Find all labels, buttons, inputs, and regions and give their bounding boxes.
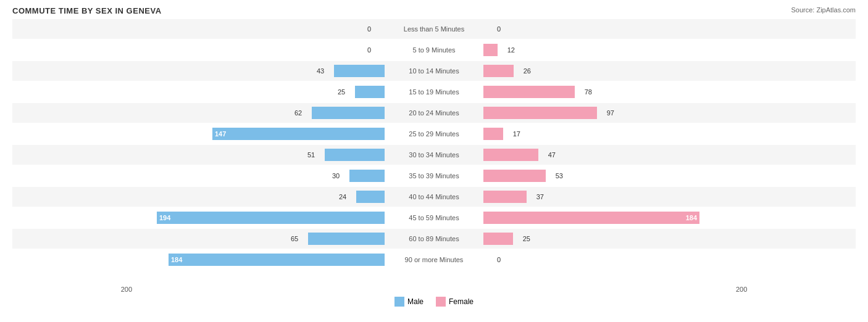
female-value: 12 [507, 46, 515, 54]
legend: Male Female [12, 297, 856, 307]
left-bar-container: 0 [136, 44, 385, 56]
left-bar-container: 184 [136, 254, 385, 266]
bar-male: 24 [356, 191, 385, 203]
table-row: 43 10 to 14 Minutes 26 [12, 61, 856, 81]
bar-female: 37 [483, 191, 527, 203]
bar-female: 12 [483, 44, 498, 56]
table-row: 24 40 to 44 Minutes 37 [12, 187, 856, 207]
female-value: 78 [585, 88, 592, 96]
left-bar-container: 30 [136, 170, 385, 182]
male-value: 184 [171, 256, 182, 263]
bars-center: 24 40 to 44 Minutes 37 [136, 187, 732, 207]
bar-male: 25 [355, 86, 385, 98]
bar-female: 97 [483, 107, 597, 119]
right-bar-container: 17 [483, 128, 732, 140]
legend-female-label: Female [449, 297, 474, 306]
row-label: 35 to 39 Minutes [385, 172, 483, 180]
row-label: 25 to 29 Minutes [385, 130, 483, 138]
left-bar-container: 194 [136, 212, 385, 224]
right-bar-container: 37 [483, 191, 732, 203]
left-bar-container: 51 [136, 149, 385, 161]
row-label: 90 or more Minutes [385, 256, 483, 263]
female-value: 184 [686, 214, 697, 221]
right-bar-container: 53 [483, 170, 732, 182]
row-label: 40 to 44 Minutes [385, 193, 483, 200]
male-value: 194 [159, 214, 170, 221]
female-value: 26 [524, 67, 531, 75]
bars-center: 0 5 to 9 Minutes 12 [136, 40, 732, 60]
female-value: 53 [556, 172, 563, 180]
row-label: 30 to 34 Minutes [385, 151, 483, 159]
bars-center: 30 35 to 39 Minutes 53 [136, 166, 732, 186]
legend-female-box [436, 297, 446, 307]
legend-female: Female [436, 297, 474, 307]
bar-male: 43 [334, 65, 385, 77]
male-value: 43 [317, 67, 324, 75]
chart-area: 0 Less than 5 Minutes 0 0 5 [12, 19, 856, 284]
axis-left: 200 [12, 286, 136, 293]
bar-male: 194 [157, 212, 385, 224]
legend-male: Male [394, 297, 424, 307]
male-value: 65 [291, 235, 298, 242]
bars-center: 51 30 to 34 Minutes 47 [136, 145, 732, 165]
table-row: 0 Less than 5 Minutes 0 [12, 19, 856, 39]
right-bar-container: 26 [483, 65, 732, 77]
right-bar-container: 0 [483, 23, 732, 35]
chart-container: COMMUTE TIME BY SEX IN GENEVA Source: Zi… [0, 0, 868, 322]
bars-center: 194 45 to 59 Minutes 184 [136, 208, 732, 228]
right-bar-container: 12 [483, 44, 732, 56]
male-value: 24 [339, 193, 346, 200]
bars-center: 65 60 to 89 Minutes 25 [136, 229, 732, 249]
left-bar-container: 0 [136, 23, 385, 35]
bars-center: 62 20 to 24 Minutes 97 [136, 103, 732, 123]
bar-male: 62 [312, 107, 385, 119]
male-value: 62 [294, 109, 302, 117]
table-row: 147 25 to 29 Minutes 17 [12, 124, 856, 144]
female-value: 25 [523, 235, 530, 242]
bar-female: 47 [483, 149, 538, 161]
legend-male-label: Male [407, 297, 424, 306]
bar-female: 25 [483, 233, 513, 245]
table-row: 51 30 to 34 Minutes 47 [12, 145, 856, 165]
left-bar-container: 43 [136, 65, 385, 77]
male-value: 0 [367, 46, 371, 54]
axis-labels: 200 200 [12, 286, 856, 293]
male-value: 147 [215, 130, 226, 138]
left-bar-container: 65 [136, 233, 385, 245]
table-row: 0 5 to 9 Minutes 12 [12, 40, 856, 60]
male-value: 25 [338, 88, 345, 96]
male-value: 51 [307, 151, 315, 159]
row-label: 20 to 24 Minutes [385, 109, 483, 117]
bars-center: 184 90 or more Minutes 0 [136, 250, 732, 270]
source-label: Source: ZipAtlas.com [791, 6, 856, 14]
bar-female: 26 [483, 65, 514, 77]
right-bar-container: 47 [483, 149, 732, 161]
row-label: 60 to 89 Minutes [385, 235, 483, 242]
bar-female: 184 [483, 212, 699, 224]
bars-center: 43 10 to 14 Minutes 26 [136, 61, 732, 81]
bars-center: 0 Less than 5 Minutes 0 [136, 19, 732, 39]
female-value: 47 [548, 151, 556, 159]
bar-female: 17 [483, 128, 503, 140]
row-label: 45 to 59 Minutes [385, 214, 483, 221]
bar-male: 65 [308, 233, 385, 245]
legend-male-box [394, 297, 404, 307]
bar-male: 30 [349, 170, 385, 182]
bar-male: 184 [169, 254, 385, 266]
right-bar-container: 97 [483, 107, 732, 119]
table-row: 30 35 to 39 Minutes 53 [12, 166, 856, 186]
bars-center: 25 15 to 19 Minutes 78 [136, 82, 732, 102]
left-bar-container: 25 [136, 86, 385, 98]
table-row: 184 90 or more Minutes 0 [12, 250, 856, 270]
row-label: 15 to 19 Minutes [385, 88, 483, 96]
row-label: 10 to 14 Minutes [385, 67, 483, 75]
male-value: 0 [367, 25, 371, 33]
left-bar-container: 24 [136, 191, 385, 203]
right-bar-container: 25 [483, 233, 732, 245]
left-bar-container: 147 [136, 128, 385, 140]
table-row: 194 45 to 59 Minutes 184 [12, 208, 856, 228]
female-value: 0 [497, 256, 501, 263]
table-row: 25 15 to 19 Minutes 78 [12, 82, 856, 102]
right-bar-container: 78 [483, 86, 732, 98]
bar-female: 78 [483, 86, 575, 98]
